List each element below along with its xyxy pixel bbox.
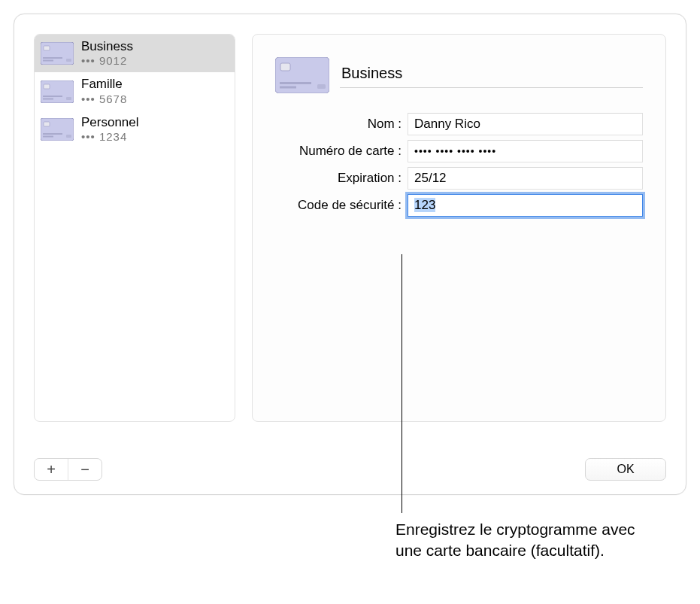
svg-rect-8 [43, 98, 53, 99]
svg-rect-3 [43, 60, 53, 62]
callout-text: Enregistrez le cryptogramme avec une car… [395, 519, 651, 562]
card-detail-panel: Nom : Numéro de carte : Expiration : Cod… [252, 34, 666, 422]
svg-rect-9 [66, 97, 71, 100]
cvc-value: 123 [414, 198, 435, 212]
credit-card-icon [41, 42, 74, 65]
svg-rect-17 [280, 82, 311, 84]
card-masked-number: ••• 1234 [81, 130, 139, 144]
svg-rect-14 [66, 135, 71, 138]
card-list-item-text: Famille ••• 5678 [81, 77, 127, 105]
credit-card-icon [41, 80, 74, 103]
ok-button[interactable]: OK [585, 458, 666, 481]
name-input[interactable] [408, 113, 643, 135]
svg-rect-2 [43, 57, 62, 59]
card-list: Business ••• 9012 Famille ••• 56 [34, 34, 235, 422]
add-button[interactable]: + [35, 459, 68, 480]
name-label: Nom : [275, 117, 408, 132]
card-title: Personnel [81, 115, 139, 130]
callout-line [402, 254, 402, 513]
detail-header [275, 57, 643, 93]
svg-rect-12 [43, 133, 62, 135]
bottom-bar: + − OK [34, 458, 666, 481]
number-label: Numéro de carte : [275, 144, 408, 159]
credit-card-icon [275, 57, 329, 93]
expiry-label: Expiration : [275, 171, 408, 186]
card-list-item-text: Personnel ••• 1234 [81, 115, 139, 144]
credit-card-icon [41, 118, 74, 141]
svg-rect-6 [44, 84, 50, 89]
card-list-item[interactable]: Personnel ••• 1234 [35, 111, 235, 148]
svg-rect-19 [317, 84, 326, 89]
expiry-input[interactable] [408, 167, 643, 190]
svg-rect-1 [44, 46, 50, 50]
svg-rect-16 [280, 63, 290, 71]
card-title: Business [81, 39, 133, 54]
card-number-input[interactable] [408, 140, 643, 162]
card-list-item[interactable]: Business ••• 9012 [35, 35, 235, 72]
cvc-label: Code de sécurité : [275, 198, 408, 213]
content-row: Business ••• 9012 Famille ••• 56 [34, 34, 666, 422]
svg-rect-11 [44, 122, 50, 126]
svg-rect-4 [66, 59, 71, 62]
card-title: Famille [81, 77, 127, 92]
card-masked-number: ••• 9012 [81, 54, 133, 68]
card-title-input[interactable] [340, 62, 643, 88]
preferences-window: Business ••• 9012 Famille ••• 56 [14, 14, 686, 495]
svg-rect-18 [280, 87, 296, 89]
remove-button[interactable]: − [68, 459, 102, 480]
add-remove-group: + − [34, 458, 102, 481]
cvc-input[interactable]: 123 [408, 194, 643, 217]
card-list-item-text: Business ••• 9012 [81, 39, 133, 68]
card-list-item[interactable]: Famille ••• 5678 [35, 72, 235, 110]
form-row-expiry: Expiration : [275, 167, 643, 190]
form-row-cvc: Code de sécurité : 123 [275, 194, 643, 217]
card-masked-number: ••• 5678 [81, 93, 127, 106]
form-row-number: Numéro de carte : [275, 140, 643, 162]
svg-rect-13 [43, 135, 53, 137]
form-row-name: Nom : [275, 113, 643, 135]
svg-rect-7 [43, 96, 62, 97]
